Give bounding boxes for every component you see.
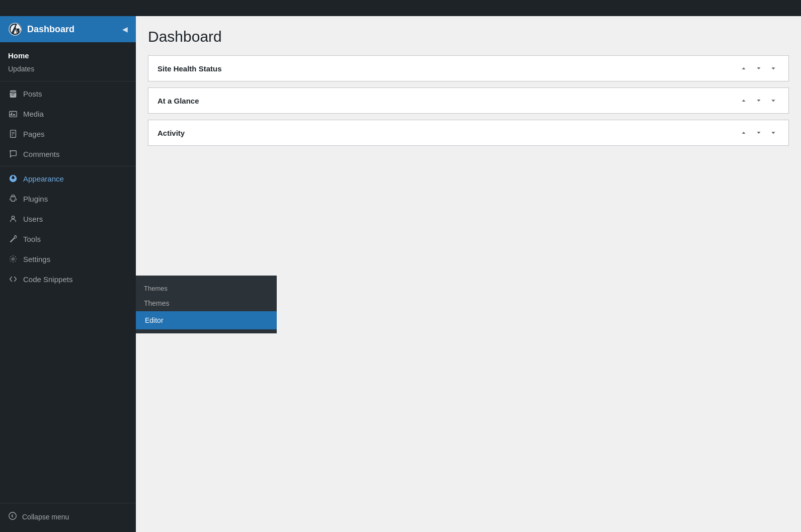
collapse-menu-button[interactable]: Collapse menu	[0, 505, 136, 528]
flyout-menu-title: Themes	[136, 280, 277, 295]
panel-at-a-glance-toggle-btn[interactable]	[767, 96, 779, 106]
sidebar-divider-2	[0, 166, 136, 166]
svg-point-9	[12, 258, 15, 260]
panel-at-a-glance-title: At a Glance	[157, 97, 737, 105]
svg-rect-1	[10, 112, 17, 117]
sidebar-item-media[interactable]: Media	[0, 104, 136, 124]
dropdown-icon	[770, 130, 776, 136]
panel-site-health: Site Health Status	[148, 55, 789, 81]
dropdown-icon	[770, 65, 776, 71]
panel-activity: Activity	[148, 120, 789, 146]
appearance-icon	[8, 173, 18, 184]
sidebar-dashboard-title: Dashboard	[27, 24, 74, 35]
panel-site-health-header[interactable]: Site Health Status	[148, 56, 788, 81]
flyout-item-editor[interactable]: Editor	[136, 311, 277, 329]
sidebar-item-posts[interactable]: Posts	[0, 83, 136, 104]
main-content: Dashboard Site Health Status	[136, 0, 801, 532]
panel-activity-down-btn[interactable]	[752, 127, 765, 138]
sidebar-item-settings[interactable]: Settings	[0, 249, 136, 269]
posts-icon	[8, 88, 18, 99]
panel-site-health-down-btn[interactable]	[752, 63, 765, 74]
flyout-item-editor-label: Editor	[145, 316, 164, 324]
appearance-flyout-menu: Themes Themes Editor	[136, 276, 277, 333]
sidebar-item-tools[interactable]: Tools	[0, 229, 136, 249]
panel-at-a-glance-header[interactable]: At a Glance	[148, 88, 788, 113]
sidebar-item-pages-label: Pages	[23, 130, 45, 138]
comments-icon	[8, 149, 18, 159]
panel-at-a-glance-controls	[737, 95, 779, 106]
chevron-up-icon	[740, 97, 747, 104]
chevron-up-icon	[740, 65, 747, 72]
panel-site-health-title: Site Health Status	[157, 64, 737, 73]
admin-top-bar	[0, 0, 801, 16]
chevron-down-icon	[755, 129, 762, 136]
sidebar-item-tools-label: Tools	[23, 235, 41, 243]
sidebar-item-code-snippets-label: Code Snippets	[23, 275, 72, 284]
sidebar-item-users-label: Users	[23, 215, 43, 223]
pages-icon	[8, 129, 18, 139]
sidebar-item-comments[interactable]: Comments	[0, 144, 136, 164]
collapse-menu-label: Collapse menu	[22, 513, 69, 521]
content-area: Dashboard Site Health Status	[136, 16, 801, 164]
tools-icon	[8, 234, 18, 244]
panel-activity-toggle-btn[interactable]	[767, 128, 779, 138]
page-title: Dashboard	[148, 28, 789, 45]
collapse-icon	[8, 511, 17, 522]
chevron-down-icon	[755, 65, 762, 72]
sidebar-item-home[interactable]: Home	[8, 48, 128, 63]
svg-point-8	[12, 216, 14, 219]
sidebar-item-settings-label: Settings	[23, 255, 50, 263]
dropdown-icon	[770, 98, 776, 104]
users-icon	[8, 214, 18, 224]
sidebar: Dashboard ◀ Home Updates Posts Media Pag…	[0, 0, 136, 532]
panel-at-a-glance-up-btn[interactable]	[737, 95, 750, 106]
panel-site-health-up-btn[interactable]	[737, 63, 750, 74]
sidebar-divider-1	[0, 81, 136, 81]
panel-site-health-controls	[737, 63, 779, 74]
flyout-item-themes[interactable]: Themes	[136, 295, 277, 311]
sidebar-item-comments-label: Comments	[23, 150, 60, 158]
sidebar-item-media-label: Media	[23, 110, 44, 118]
sidebar-dashboard-header[interactable]: Dashboard ◀	[0, 16, 136, 42]
sidebar-divider-bottom	[0, 503, 136, 503]
code-snippets-icon	[8, 274, 18, 284]
flyout-item-themes-label: Themes	[144, 299, 170, 307]
sidebar-item-plugins-label: Plugins	[23, 195, 48, 203]
sidebar-home-section: Home Updates	[0, 42, 136, 79]
chevron-up-icon	[740, 129, 747, 136]
sidebar-nav: Posts Media Pages Comments Appeara	[0, 83, 136, 501]
sidebar-arrow-icon: ◀	[122, 25, 128, 33]
panel-at-a-glance: At a Glance	[148, 87, 789, 114]
panel-activity-header[interactable]: Activity	[148, 120, 788, 145]
sidebar-item-appearance[interactable]: Appearance	[0, 168, 136, 189]
svg-point-10	[9, 512, 16, 519]
media-icon	[8, 109, 18, 119]
panel-activity-title: Activity	[157, 129, 737, 137]
sidebar-item-updates[interactable]: Updates	[8, 63, 128, 77]
wordpress-icon	[8, 22, 22, 36]
chevron-down-icon	[755, 97, 762, 104]
panel-activity-up-btn[interactable]	[737, 127, 750, 138]
sidebar-item-appearance-label: Appearance	[23, 174, 64, 183]
sidebar-item-users[interactable]: Users	[0, 209, 136, 229]
sidebar-item-pages[interactable]: Pages	[0, 124, 136, 144]
sidebar-item-posts-label: Posts	[23, 90, 42, 98]
plugins-icon	[8, 194, 18, 204]
panel-at-a-glance-down-btn[interactable]	[752, 95, 765, 106]
panel-activity-controls	[737, 127, 779, 138]
panel-site-health-toggle-btn[interactable]	[767, 63, 779, 73]
sidebar-item-plugins[interactable]: Plugins	[0, 189, 136, 209]
sidebar-item-code-snippets[interactable]: Code Snippets	[0, 269, 136, 289]
settings-icon	[8, 254, 18, 264]
